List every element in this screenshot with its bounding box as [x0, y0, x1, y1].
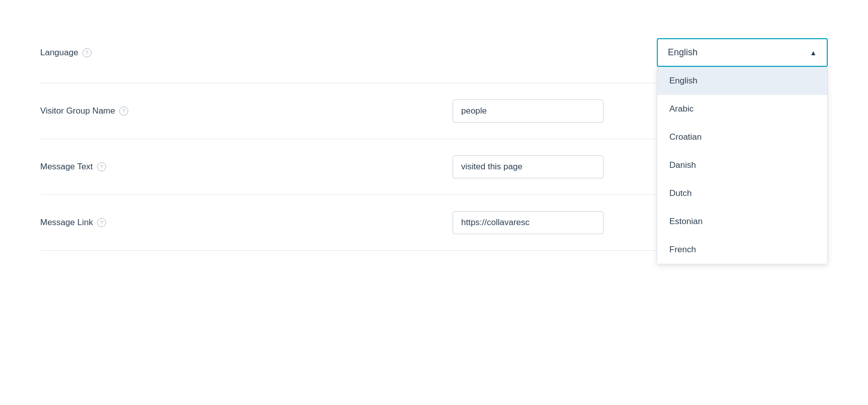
- language-label-section: Language ?: [40, 48, 453, 58]
- language-field-input: English ▲ English Arabic Croatian Danish…: [453, 38, 828, 67]
- message-text-input[interactable]: [453, 155, 603, 178]
- visitor-group-name-label: Visitor Group Name: [40, 106, 115, 116]
- chevron-up-icon: ▲: [810, 49, 817, 57]
- dropdown-option-french[interactable]: French: [657, 236, 827, 264]
- dropdown-option-danish[interactable]: Danish: [657, 151, 827, 179]
- language-dropdown-menu: English Arabic Croatian Danish Dutch Est…: [657, 67, 828, 264]
- dropdown-option-arabic[interactable]: Arabic: [657, 95, 827, 123]
- dropdown-option-english[interactable]: English: [657, 67, 827, 95]
- dropdown-option-estonian[interactable]: Estonian: [657, 208, 827, 236]
- message-link-label: Message Link: [40, 218, 93, 228]
- visitor-group-name-label-section: Visitor Group Name ?: [40, 106, 453, 116]
- page-container: Language ? English ▲ English Arabic Croa…: [0, 0, 868, 405]
- message-text-help-icon[interactable]: ?: [97, 162, 106, 171]
- language-selected-value: English: [668, 47, 698, 58]
- language-dropdown-trigger[interactable]: English ▲: [657, 38, 828, 67]
- language-field-row: Language ? English ▲ English Arabic Croa…: [40, 30, 828, 83]
- message-link-label-section: Message Link ?: [40, 218, 453, 228]
- message-text-label-section: Message Text ?: [40, 162, 453, 172]
- message-text-label: Message Text: [40, 162, 93, 172]
- visitor-group-name-input[interactable]: [453, 99, 603, 123]
- dropdown-option-croatian[interactable]: Croatian: [657, 123, 827, 151]
- visitor-group-name-help-icon[interactable]: ?: [119, 107, 128, 116]
- dropdown-option-dutch[interactable]: Dutch: [657, 179, 827, 208]
- message-link-help-icon[interactable]: ?: [97, 218, 106, 227]
- language-dropdown-container: English ▲ English Arabic Croatian Danish…: [657, 38, 828, 67]
- language-label: Language: [40, 48, 78, 58]
- message-link-input[interactable]: [453, 211, 603, 234]
- language-help-icon[interactable]: ?: [82, 48, 92, 57]
